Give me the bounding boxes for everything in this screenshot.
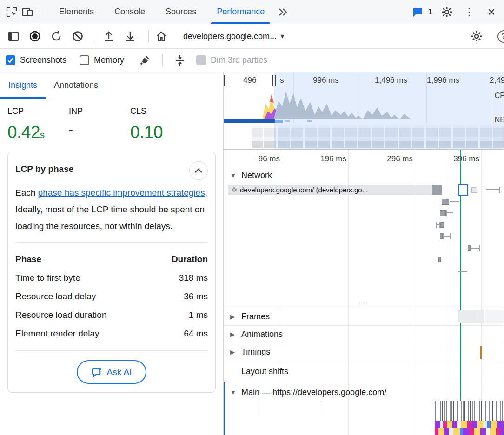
dim-third-parties-checkbox[interactable] [196,55,206,65]
url-history-select[interactable]: developers.google.com... ▾ [179,30,288,43]
metric-inp[interactable]: INP - [69,106,130,142]
divider [162,54,163,66]
kebab-menu-icon[interactable]: ⋮ [461,4,477,20]
timing-marker[interactable] [480,346,482,359]
tab-console[interactable]: Console [104,0,155,24]
collapse-flame-icon[interactable] [172,53,188,68]
network-request-bar[interactable] [440,210,446,216]
network-request-bar[interactable] [438,257,441,262]
panel-toggle-icon[interactable] [6,28,21,44]
expand-triangle-icon[interactable]: ▶ [230,331,237,338]
network-request-whisker[interactable] [446,210,453,216]
metric-unit: s [40,130,45,140]
close-icon[interactable]: × [484,4,499,20]
frame-thumbnail[interactable] [477,310,484,323]
messages-icon[interactable] [410,4,425,20]
network-request-whisker[interactable] [471,245,480,251]
card-title: LCP by phase [15,161,73,174]
dim-third-parties-label: Dim 3rd parties [211,55,267,65]
frame-thumbnail[interactable] [458,310,477,323]
selected-request-outline[interactable] [458,184,468,196]
caret-down-icon: ▾ [280,33,284,40]
timings-track-header[interactable]: ▶ Timings [224,343,504,361]
improvement-strategies-link[interactable]: phase has specific improvement strategie… [38,188,205,198]
url-label: developers.google.com... [183,32,277,41]
screenshots-filmstrip[interactable] [224,124,504,149]
expand-triangle-icon[interactable]: ▶ [230,349,237,356]
overview-tick-label: 496 [243,76,256,85]
settings-gear-icon[interactable] [439,4,455,20]
window-right-handle[interactable] [275,75,276,86]
main-flame-chart-row[interactable] [435,421,504,428]
network-request-bar[interactable] [440,233,443,239]
upload-profile-icon[interactable] [101,28,117,44]
ask-ai-button[interactable]: Ask AI [77,360,147,384]
reload-record-button[interactable] [48,28,64,44]
help-glyph: ? [501,32,504,41]
network-request-whisker[interactable] [450,199,459,205]
tab-sources[interactable]: Sources [155,0,206,24]
frame-thumbnail[interactable] [485,310,504,323]
column-duration: Duration [172,254,208,264]
window-left-handle[interactable] [224,75,225,86]
track-label: Timings [241,347,270,357]
network-request-bar[interactable]: developers.google.com/ (developers.go... [228,185,442,195]
tab-label: Insights [8,80,37,90]
dim-third-parties-option: Dim 3rd parties [196,55,267,65]
metric-lcp[interactable]: LCP 0.42s [7,106,69,142]
main-activity-tick [321,401,321,415]
network-request-bar[interactable] [442,199,449,205]
table-row: Resource load duration 1 ms [15,306,208,324]
layout-shifts-track-header[interactable]: Layout shifts [224,363,504,380]
divider [15,242,208,243]
clear-button[interactable] [70,28,86,44]
expand-triangle-icon[interactable]: ▶ [230,313,237,320]
collapse-card-button[interactable] [189,161,208,180]
network-overview-bar [275,120,283,123]
inspect-element-icon[interactable] [4,4,20,20]
collapse-triangle-icon[interactable]: ▼ [230,389,237,396]
network-request-whisker[interactable] [443,233,451,239]
overview-tick-suffix: s [280,76,284,85]
main-flame-chart-dense[interactable] [435,401,504,421]
memory-label: Memory [94,55,124,65]
track-resizer-handle[interactable]: ... [224,296,504,305]
devtools-window: Elements Console Sources Performance 1 [0,0,504,435]
phase-name: Element render delay [15,329,99,339]
network-request-whisker[interactable] [486,187,500,193]
tab-annotations[interactable]: Annotations [46,72,106,99]
network-request-bar[interactable] [471,187,477,193]
more-tabs-icon[interactable] [275,4,291,20]
memory-checkbox[interactable] [80,55,89,65]
network-request-whisker[interactable] [458,269,467,275]
tab-elements[interactable]: Elements [49,0,104,24]
animations-track-header[interactable]: ▶ Animations [224,326,504,343]
network-request-whisker[interactable] [436,222,440,228]
screenshots-checkbox[interactable] [6,55,15,65]
timeline-overview[interactable]: 496 s 996 ms 1,496 ms 1,996 ms 2,49 CP N… [224,72,504,150]
home-icon[interactable] [153,28,169,44]
help-icon[interactable]: ? [497,30,504,43]
record-button[interactable] [27,28,43,44]
request-url: developers.google.com/ (developers.go... [240,186,368,194]
metric-label: LCP [7,106,69,116]
track-label: Network [241,171,272,180]
capture-settings-gear-icon[interactable] [469,28,484,44]
phase-duration: 318 ms [179,273,208,283]
window-right-handle[interactable] [272,75,273,86]
garbage-collect-brush-icon[interactable] [137,53,153,68]
collapse-triangle-icon[interactable]: ▼ [230,172,237,179]
tab-label: Performance [217,7,265,17]
device-toolbar-icon[interactable] [20,4,35,20]
network-request-bar[interactable] [468,245,471,251]
network-request-bar[interactable] [440,222,444,228]
network-track-header[interactable]: ▼ Network [224,168,504,183]
network-overview-lane [224,119,504,123]
main-track-header[interactable]: ▼ Main — https://developers.google.com/ [224,384,504,400]
main-flame-chart-row[interactable] [435,428,504,435]
metric-cls[interactable]: CLS 0.10 [130,106,192,142]
panel-tabs: Elements Console Sources Performance [49,0,275,24]
download-profile-icon[interactable] [122,28,138,44]
tab-insights[interactable]: Insights [0,72,46,99]
tab-performance[interactable]: Performance [206,0,275,24]
